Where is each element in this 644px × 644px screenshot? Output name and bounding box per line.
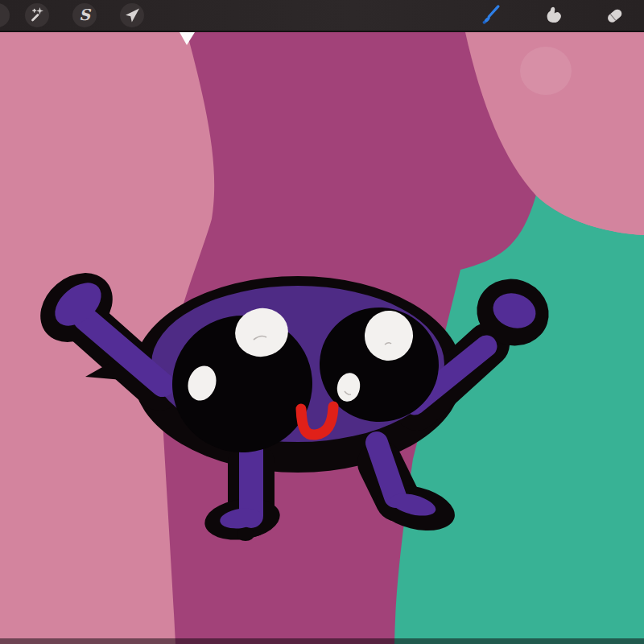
transform-button[interactable] bbox=[120, 3, 144, 27]
canvas-bottom-shade bbox=[0, 638, 644, 644]
artwork bbox=[0, 32, 644, 644]
smudge-finger-icon bbox=[543, 5, 564, 27]
selection-s-icon: S bbox=[79, 7, 90, 23]
paint-brush-icon bbox=[479, 4, 502, 27]
selection-button[interactable]: S bbox=[72, 3, 97, 27]
paint-brush-button[interactable] bbox=[478, 3, 502, 27]
adjustments-button[interactable] bbox=[25, 3, 49, 27]
toolbar-right-group bbox=[478, 0, 644, 31]
partial-tool-button[interactable] bbox=[0, 3, 10, 27]
app-window: S bbox=[0, 0, 644, 644]
canvas-shape-faint-circle bbox=[520, 47, 572, 95]
smudge-button[interactable] bbox=[541, 3, 565, 27]
top-toolbar: S bbox=[0, 0, 644, 32]
magic-wand-icon bbox=[27, 6, 47, 25]
eraser-button[interactable] bbox=[602, 3, 626, 27]
eraser-icon bbox=[604, 5, 625, 27]
transform-arrow-icon bbox=[122, 6, 142, 25]
drawing-canvas[interactable] bbox=[0, 32, 644, 644]
creature-left-foot-drip bbox=[237, 528, 254, 541]
toolbar-left-group: S bbox=[0, 0, 144, 31]
